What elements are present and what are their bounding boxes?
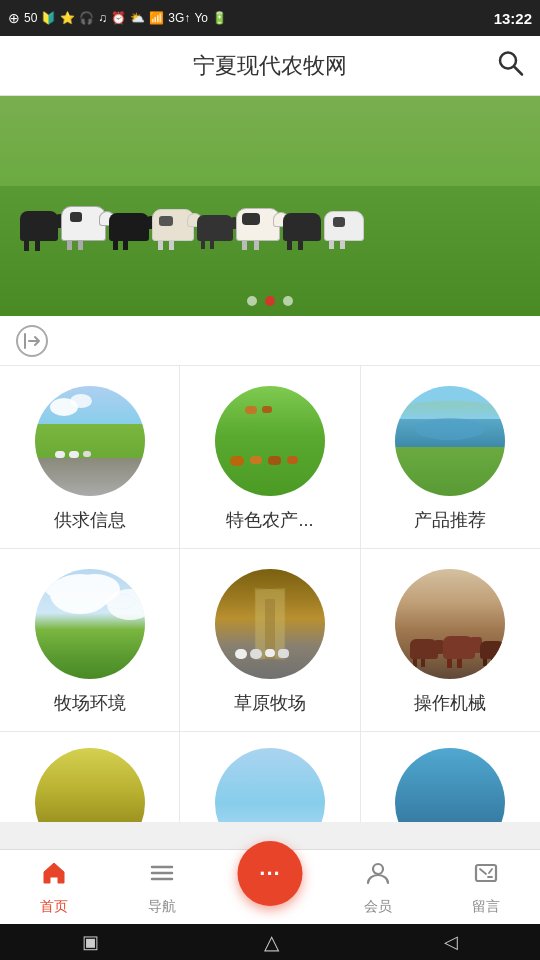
nav-navigation-label: 导航 — [148, 898, 176, 916]
android-nav: ▣ △ ◁ — [0, 924, 540, 960]
grid-image-2 — [395, 386, 505, 496]
menu-icon — [148, 859, 176, 894]
nav-member-label: 会员 — [364, 898, 392, 916]
nav-member[interactable]: 会员 — [324, 850, 432, 924]
grid-label-5: 操作机械 — [414, 691, 486, 715]
herd — [0, 141, 540, 241]
message-icon — [472, 859, 500, 894]
fab-button[interactable]: ··· — [238, 841, 303, 906]
battery-icon: 🔋 — [212, 11, 227, 25]
yo-label: Yo — [194, 11, 208, 25]
grid-item-8[interactable] — [361, 732, 540, 822]
dot-1[interactable] — [247, 296, 257, 306]
app-title: 宁夏现代农牧网 — [193, 51, 347, 81]
dot-3[interactable] — [283, 296, 293, 306]
grid-image-3 — [35, 569, 145, 679]
login-button[interactable] — [16, 325, 48, 357]
grid-image-7 — [215, 748, 325, 822]
svg-point-5 — [373, 864, 383, 874]
nav-message[interactable]: 留言 — [432, 850, 540, 924]
grid-item-3[interactable]: 牧场环境 — [0, 549, 179, 731]
status-bar: ⊕ 50 🔰 ⭐ 🎧 ♫ ⏰ ⛅ 📶 3G↑ Yo 🔋 13:22 — [0, 0, 540, 36]
grid-image-1 — [215, 386, 325, 496]
svg-line-1 — [514, 66, 522, 74]
headphone-icon: 🎧 — [79, 11, 94, 25]
login-banner — [0, 316, 540, 366]
grid-label-1: 特色农产... — [226, 508, 313, 532]
nav-navigation[interactable]: 导航 — [108, 850, 216, 924]
dot-2[interactable] — [265, 296, 275, 306]
grid-item-7[interactable] — [180, 732, 359, 822]
grid-image-8 — [395, 748, 505, 822]
grid-label-3: 牧场环境 — [54, 691, 126, 715]
svg-line-7 — [480, 869, 486, 874]
grid-label-4: 草原牧场 — [234, 691, 306, 715]
nav-message-label: 留言 — [472, 898, 500, 916]
grid-item-2[interactable]: 产品推荐 — [361, 366, 540, 548]
home-icon — [40, 859, 68, 894]
home-button[interactable]: △ — [264, 930, 279, 954]
nav-home[interactable]: 首页 — [0, 850, 108, 924]
grid-label-2: 产品推荐 — [414, 508, 486, 532]
carousel-scene — [0, 96, 540, 316]
grid-item-1[interactable]: 特色农产... — [180, 366, 359, 548]
grid-item-4[interactable]: 草原牧场 — [180, 549, 359, 731]
grid-image-5 — [395, 569, 505, 679]
category-grid: 供求信息 特色农产... — [0, 366, 540, 822]
grid-item-5[interactable]: 操作机械 — [361, 549, 540, 731]
carousel[interactable] — [0, 96, 540, 316]
status-left: ⊕ 50 🔰 ⭐ 🎧 ♫ ⏰ ⛅ 📶 3G↑ Yo 🔋 — [8, 10, 227, 26]
member-icon — [364, 859, 392, 894]
grid-image-4 — [215, 569, 325, 679]
svg-line-8 — [489, 869, 492, 873]
signal-icon: 3G↑ — [168, 11, 190, 25]
wifi-icon: 📶 — [149, 11, 164, 25]
grid-label-0: 供求信息 — [54, 508, 126, 532]
carousel-dots[interactable] — [247, 296, 293, 306]
plus-icon: ⊕ — [8, 10, 20, 26]
grid-item-0[interactable]: 供求信息 — [0, 366, 179, 548]
time-display: 13:22 — [494, 10, 532, 27]
header: 宁夏现代农牧网 — [0, 36, 540, 96]
battery-num: 50 — [24, 11, 37, 25]
search-button[interactable] — [496, 48, 524, 83]
weather-icon: ⛅ — [130, 11, 145, 25]
grid-item-6[interactable] — [0, 732, 179, 822]
clock-icon: ⏰ — [111, 11, 126, 25]
recent-apps-button[interactable]: ▣ — [82, 931, 99, 953]
fab-icon: ··· — [259, 861, 280, 887]
star-icon: ⭐ — [60, 11, 75, 25]
nav-home-label: 首页 — [40, 898, 68, 916]
vpn-icon: 🔰 — [41, 11, 56, 25]
grid-image-0 — [35, 386, 145, 496]
back-button[interactable]: ◁ — [444, 931, 458, 953]
music-icon: ♫ — [98, 11, 107, 25]
grid-image-6 — [35, 748, 145, 822]
